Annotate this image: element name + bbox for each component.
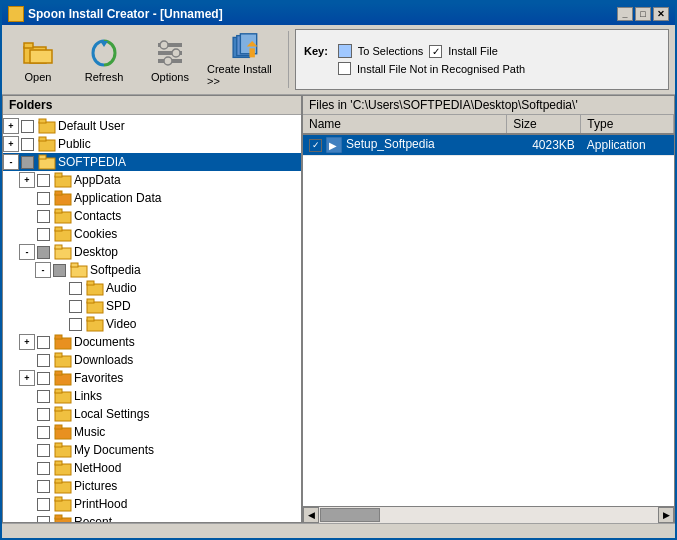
expander-music[interactable] <box>19 424 35 440</box>
tree-node-recent[interactable]: Recent <box>3 513 301 522</box>
status-text <box>6 528 9 540</box>
options-button[interactable]: Options <box>138 27 202 92</box>
expander-recent[interactable] <box>19 514 35 522</box>
h-scrollbar[interactable]: ◀ ▶ <box>303 506 674 522</box>
folder-icon-music <box>54 424 72 440</box>
tree-node-printhood[interactable]: PrintHood <box>3 495 301 513</box>
tree-node-application-data[interactable]: Application Data <box>3 189 301 207</box>
tree-node-softpedia[interactable]: -SOFTPEDIA <box>3 153 301 171</box>
open-label: Open <box>25 71 52 83</box>
install-file-checkbox[interactable] <box>429 45 442 58</box>
install-not-recognized-checkbox[interactable] <box>338 62 351 75</box>
checkbox-recent[interactable] <box>37 516 50 523</box>
svg-rect-21 <box>55 176 71 187</box>
expander-spd[interactable] <box>51 298 67 314</box>
checkbox-contacts[interactable] <box>37 210 50 223</box>
checkbox-video[interactable] <box>69 318 82 331</box>
tree-node-spd[interactable]: SPD <box>3 297 301 315</box>
tree-label-application-data: Application Data <box>74 191 161 205</box>
tree-label-audio: Audio <box>106 281 137 295</box>
folders-tree[interactable]: +Default User+Public-SOFTPEDIA+AppDataAp… <box>3 115 301 522</box>
checkbox-documents[interactable] <box>37 336 50 349</box>
refresh-button[interactable]: Refresh <box>72 27 136 92</box>
maximize-button[interactable]: □ <box>635 7 651 21</box>
checkbox-links[interactable] <box>37 390 50 403</box>
open-button[interactable]: Open <box>6 27 70 92</box>
checkbox-local-settings[interactable] <box>37 408 50 421</box>
tree-node-favorites[interactable]: +Favorites <box>3 369 301 387</box>
tree-node-public[interactable]: +Public <box>3 135 301 153</box>
tree-node-music[interactable]: Music <box>3 423 301 441</box>
expander-public[interactable]: + <box>3 136 19 152</box>
tree-node-pictures[interactable]: Pictures <box>3 477 301 495</box>
scroll-left-btn[interactable]: ◀ <box>303 507 319 523</box>
expander-softpedia[interactable]: - <box>3 154 19 170</box>
expander-pictures[interactable] <box>19 478 35 494</box>
checkbox-music[interactable] <box>37 426 50 439</box>
checkbox-printhood[interactable] <box>37 498 50 511</box>
checkbox-application-data[interactable] <box>37 192 50 205</box>
checkbox-nethood[interactable] <box>37 462 50 475</box>
tree-node-downloads[interactable]: Downloads <box>3 351 301 369</box>
h-scrollbar-thumb[interactable] <box>320 508 380 522</box>
main-area: Folders +Default User+Public-SOFTPEDIA+A… <box>2 95 675 523</box>
expander-documents[interactable]: + <box>19 334 35 350</box>
checkbox-favorites[interactable] <box>37 372 50 385</box>
tree-node-softpedia-sub[interactable]: -Softpedia <box>3 261 301 279</box>
close-button[interactable]: ✕ <box>653 7 669 21</box>
scroll-right-btn[interactable]: ▶ <box>658 507 674 523</box>
svg-rect-27 <box>55 230 71 241</box>
expander-links[interactable] <box>19 388 35 404</box>
col-size[interactable]: Size <box>507 115 581 134</box>
checkbox-pictures[interactable] <box>37 480 50 493</box>
tree-node-links[interactable]: Links <box>3 387 301 405</box>
tree-node-local-settings[interactable]: Local Settings <box>3 405 301 423</box>
checkbox-softpedia-sub[interactable] <box>53 264 66 277</box>
tree-node-desktop[interactable]: -Desktop <box>3 243 301 261</box>
expander-appdata[interactable]: + <box>19 172 35 188</box>
tree-node-nethood[interactable]: NetHood <box>3 459 301 477</box>
checkbox-default-user[interactable] <box>21 120 34 133</box>
expander-downloads[interactable] <box>19 352 35 368</box>
expander-printhood[interactable] <box>19 496 35 512</box>
checkbox-my-documents[interactable] <box>37 444 50 457</box>
tree-node-documents[interactable]: +Documents <box>3 333 301 351</box>
file-row[interactable]: ✓▶Setup_Softpedia4023KBApplication <box>303 134 674 156</box>
checkbox-public[interactable] <box>21 138 34 151</box>
expander-softpedia-sub[interactable]: - <box>35 262 51 278</box>
expander-video[interactable] <box>51 316 67 332</box>
checkbox-appdata[interactable] <box>37 174 50 187</box>
svg-rect-54 <box>55 461 62 465</box>
checkbox-audio[interactable] <box>69 282 82 295</box>
col-name[interactable]: Name <box>303 115 507 134</box>
expander-local-settings[interactable] <box>19 406 35 422</box>
expander-favorites[interactable]: + <box>19 370 35 386</box>
tree-node-cookies[interactable]: Cookies <box>3 225 301 243</box>
expander-application-data[interactable] <box>19 190 35 206</box>
svg-rect-58 <box>55 497 62 501</box>
tree-node-appdata[interactable]: +AppData <box>3 171 301 189</box>
tree-node-default-user[interactable]: +Default User <box>3 117 301 135</box>
tree-node-my-documents[interactable]: My Documents <box>3 441 301 459</box>
create-install-button[interactable]: Create Install >> <box>204 27 284 92</box>
expander-default-user[interactable]: + <box>3 118 19 134</box>
expander-cookies[interactable] <box>19 226 35 242</box>
minimize-button[interactable]: _ <box>617 7 633 21</box>
tree-node-contacts[interactable]: Contacts <box>3 207 301 225</box>
col-type[interactable]: Type <box>581 115 674 134</box>
expander-desktop[interactable]: - <box>19 244 35 260</box>
svg-marker-3 <box>100 41 108 47</box>
checkbox-downloads[interactable] <box>37 354 50 367</box>
expander-nethood[interactable] <box>19 460 35 476</box>
expander-my-documents[interactable] <box>19 442 35 458</box>
tree-node-audio[interactable]: Audio <box>3 279 301 297</box>
checkbox-softpedia[interactable] <box>21 156 34 169</box>
expander-audio[interactable] <box>51 280 67 296</box>
tree-node-video[interactable]: Video <box>3 315 301 333</box>
checkbox-cookies[interactable] <box>37 228 50 241</box>
files-list[interactable]: Name Size Type ✓▶Setup_Softpedia4023KBAp… <box>303 115 674 506</box>
file-checkbox[interactable]: ✓ <box>309 139 322 152</box>
checkbox-spd[interactable] <box>69 300 82 313</box>
expander-contacts[interactable] <box>19 208 35 224</box>
checkbox-desktop[interactable] <box>37 246 50 259</box>
